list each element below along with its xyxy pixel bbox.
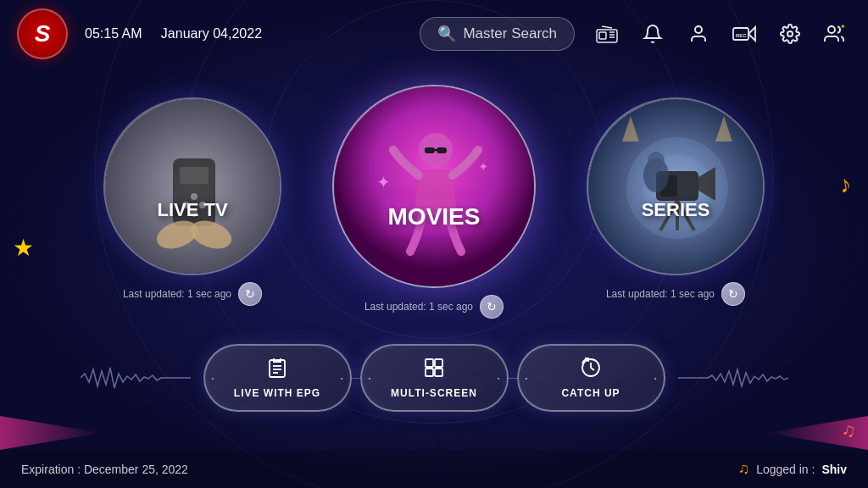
date-display: January 04,2022 [161,26,262,41]
waveform-right [678,361,788,395]
search-bar[interactable]: 🔍 Master Search [420,17,575,51]
waveform-left-svg [81,361,191,395]
svg-rect-45 [270,360,285,377]
series-updated: Last updated: 1 sec ago [606,288,715,300]
live-tv-card[interactable]: LIVE TV [103,97,281,275]
series-footer: Last updated: 1 sec ago ↻ [606,282,745,306]
record-icon[interactable]: REC [729,19,760,49]
svg-text:✦: ✦ [840,24,846,30]
main-content: LIVE TV Last updated: 1 sec ago ↻ [0,68,868,446]
catch-up-button[interactable]: CATCH UP [517,344,665,412]
catch-up-icon [580,357,602,384]
users-svg: ✦ [824,24,848,44]
series-refresh[interactable]: ↻ [721,282,745,306]
status-bar: Expiration : December 25, 2022 ♫ Logged … [0,450,868,488]
svg-point-16 [828,26,835,33]
radio-icon[interactable] [592,19,622,49]
expiration-date: December 25, 2022 [84,463,188,476]
svg-text:✦: ✦ [376,173,391,191]
live-tv-background [105,99,280,274]
profile-icon[interactable] [683,19,714,49]
clipboard-icon [266,357,288,379]
series-background [588,99,763,274]
series-label: SERIES [588,199,763,221]
svg-point-44 [648,152,665,169]
bottom-buttons: LIVE WITH EPG MULTI-SCREEN [199,344,670,412]
multi-screen-label: MULTI-SCREEN [391,387,477,399]
svg-text:✦: ✦ [478,159,489,174]
multi-screen-button[interactable]: MULTI-SCREEN [360,344,509,412]
live-tv-illustration [105,99,280,274]
notification-icon[interactable] [637,19,668,49]
svg-point-15 [787,31,793,36]
grid-icon [423,357,445,379]
svg-rect-50 [435,359,442,367]
svg-rect-52 [435,369,442,376]
svg-text:REC: REC [736,33,747,38]
svg-rect-49 [426,359,433,367]
bell-svg [643,24,663,44]
live-epg-icon [266,357,288,384]
username-display: Shiv [821,463,847,476]
svg-rect-51 [426,369,433,376]
gear-svg [780,24,800,44]
live-tv-card-wrapper: LIVE TV Last updated: 1 sec ago ↻ [103,97,281,306]
movies-footer: Last updated: 1 sec ago ↻ [364,295,504,319]
user-svg [688,24,709,44]
search-placeholder: Master Search [463,25,557,42]
logo-container[interactable]: S [17,8,68,59]
movies-illustration: ✦ ✦ [334,86,534,286]
waveform-left [81,361,191,395]
time-display: 05:15 AM [85,26,142,41]
multi-screen-icon [423,357,445,384]
live-epg-label: LIVE WITH EPG [234,387,320,399]
record-svg: REC [732,25,756,43]
catch-up-label: CATCH UP [561,387,620,399]
movies-label: MOVIES [334,203,534,230]
live-tv-refresh[interactable]: ↻ [238,282,262,306]
movies-refresh[interactable]: ↻ [480,295,504,319]
app-logo[interactable]: S [17,8,68,59]
svg-rect-29 [425,147,435,153]
series-card[interactable]: SERIES [587,97,765,275]
clock-rewind-icon [580,357,602,379]
series-card-wrapper: SERIES Last updated: 1 sec ago ↻ [587,97,765,306]
svg-marker-13 [748,27,755,41]
music-note-status: ♫ [738,460,750,478]
logged-in-label: Logged in : [756,463,815,476]
expiration-label: Expiration : [21,463,81,476]
movies-card[interactable]: ✦ ✦ MOVIES [332,85,536,288]
datetime-display: 05:15 AM January 04,2022 [85,26,262,42]
header: S 05:15 AM January 04,2022 🔍 Master Sear… [0,0,868,68]
live-tv-label: LIVE TV [105,199,280,221]
movies-card-wrapper: ✦ ✦ MOVIES Last updated: 1 sec ago ↻ [332,85,536,319]
search-icon: 🔍 [437,25,456,43]
svg-rect-7 [599,32,606,39]
nav-icons: REC ✦ [592,19,851,49]
live-tv-updated: Last updated: 1 sec ago [123,288,231,300]
movies-updated: Last updated: 1 sec ago [364,301,473,313]
movies-background: ✦ ✦ [334,86,534,286]
svg-rect-30 [437,147,447,153]
cards-row: LIVE TV Last updated: 1 sec ago ↻ [103,85,765,319]
waveform-right-svg [678,361,788,395]
settings-icon[interactable] [775,19,805,49]
logged-in-info: ♫ Logged in : Shiv [738,460,847,478]
expiration-info: Expiration : December 25, 2022 [21,463,188,476]
svg-rect-20 [180,167,209,184]
users-icon[interactable]: ✦ [821,19,851,49]
series-illustration [588,99,763,274]
live-epg-button[interactable]: LIVE WITH EPG [203,344,352,412]
radio-svg [595,25,619,43]
svg-point-11 [695,26,702,33]
live-tv-footer: Last updated: 1 sec ago ↻ [123,282,262,306]
